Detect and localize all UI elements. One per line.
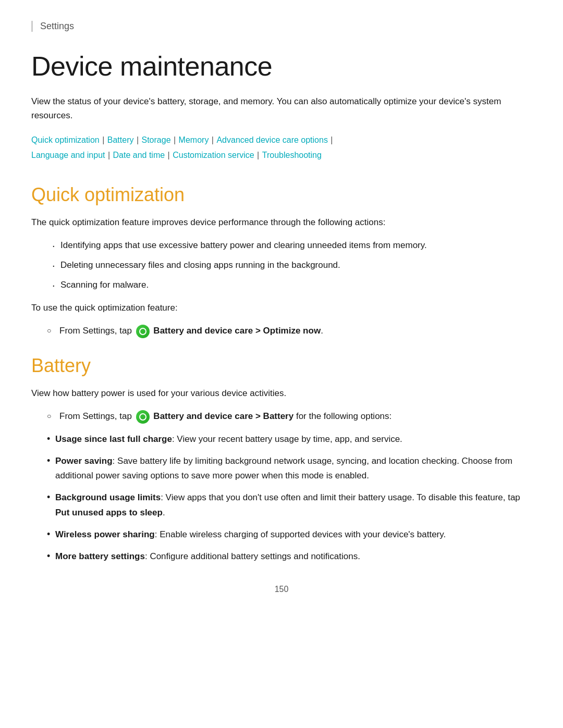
battery-step-bold: Battery and device care > Battery: [153, 411, 293, 421]
list-item: Power saving: Save battery life by limit…: [47, 454, 532, 483]
battery-body: View how battery power is used for your …: [31, 386, 532, 401]
term-more-battery: More battery settings: [55, 551, 145, 561]
term-power-saving: Power saving: [55, 456, 113, 466]
nav-link-quick-optimization[interactable]: Quick optimization: [31, 135, 100, 144]
step-bold-text: Battery and device care > Optimize now: [153, 326, 321, 336]
page-number: 150: [31, 585, 532, 594]
step-end: .: [321, 326, 323, 336]
desc-background-end: .: [163, 508, 165, 517]
put-unused-bold: Put unused apps to sleep: [55, 508, 163, 517]
list-item: More battery settings: Configure additio…: [47, 549, 532, 564]
nav-link-customization[interactable]: Customization service: [173, 151, 254, 159]
quick-optimization-bullet-list: Identifying apps that use excessive batt…: [52, 238, 532, 292]
battery-step-end: for the following options:: [293, 411, 391, 421]
quick-optimization-step-list: From Settings, tap Battery and device ca…: [47, 324, 532, 338]
list-item: Scanning for malware.: [52, 278, 532, 292]
nav-link-advanced[interactable]: Advanced device care options: [216, 135, 327, 144]
breadcrumb-label: Settings: [40, 21, 74, 31]
battery-step-list: From Settings, tap Battery and device ca…: [47, 409, 532, 424]
nav-link-troubleshooting[interactable]: Troubleshooting: [262, 151, 322, 159]
section-title-battery: Battery: [31, 355, 532, 377]
list-item: Wireless power sharing: Enable wireless …: [47, 527, 532, 542]
list-item: Deleting unnecessary files and closing a…: [52, 258, 532, 273]
list-item: Identifying apps that use excessive batt…: [52, 238, 532, 253]
nav-link-storage[interactable]: Storage: [142, 135, 171, 144]
term-wireless: Wireless power sharing: [55, 529, 155, 539]
battery-device-care-icon: [136, 325, 150, 338]
section-quick-optimization: Quick optimization The quick optimizatio…: [31, 184, 532, 338]
nav-link-language[interactable]: Language and input: [31, 151, 105, 159]
desc-wireless: : Enable wireless charging of supported …: [155, 529, 446, 539]
step-text: From Settings, tap: [59, 326, 134, 336]
desc-more-battery: : Configure additional battery settings …: [145, 551, 360, 561]
section-battery: Battery View how battery power is used f…: [31, 355, 532, 563]
intro-text: View the status of your device's battery…: [31, 94, 532, 122]
term-usage: Usage since last full charge: [55, 434, 172, 444]
list-item: From Settings, tap Battery and device ca…: [47, 409, 532, 424]
breadcrumb: Settings: [31, 21, 532, 32]
list-item: Usage since last full charge: View your …: [47, 432, 532, 447]
desc-usage: : View your recent battery usage by time…: [172, 434, 402, 444]
page-title: Device maintenance: [31, 51, 532, 82]
battery-icon: [136, 410, 150, 424]
nav-link-date[interactable]: Date and time: [113, 151, 165, 159]
quick-optimization-step-intro: To use the quick optimization feature:: [31, 301, 532, 315]
nav-link-battery[interactable]: Battery: [107, 135, 134, 144]
desc-power-saving: : Save battery life by limiting backgrou…: [55, 456, 512, 480]
desc-background: : View apps that you don't use often and…: [161, 492, 520, 502]
nav-links: Quick optimization | Battery | Storage |…: [31, 133, 532, 163]
list-item: From Settings, tap Battery and device ca…: [47, 324, 532, 338]
quick-optimization-body: The quick optimization feature improves …: [31, 215, 532, 230]
battery-sub-bullet-list: Usage since last full charge: View your …: [47, 432, 532, 563]
term-background: Background usage limits: [55, 492, 161, 502]
nav-link-memory[interactable]: Memory: [179, 135, 209, 144]
section-title-quick-optimization: Quick optimization: [31, 184, 532, 206]
battery-step-text: From Settings, tap: [59, 411, 134, 421]
page: Settings Device maintenance View the sta…: [0, 0, 563, 728]
list-item: Background usage limits: View apps that …: [47, 490, 532, 520]
